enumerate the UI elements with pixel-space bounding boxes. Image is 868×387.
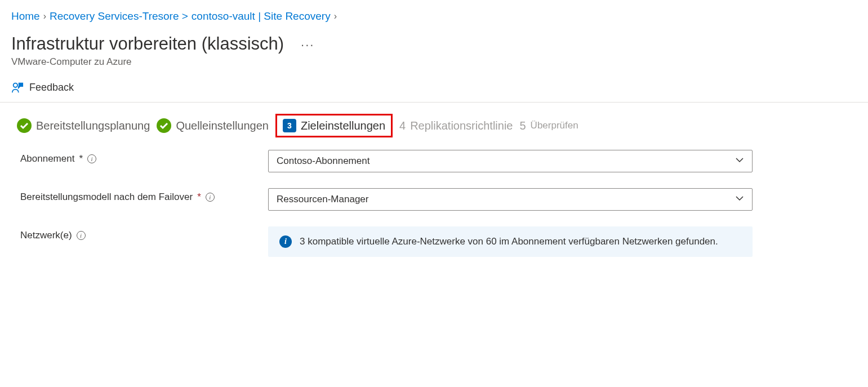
step-target-settings[interactable]: 3 Zieleinstellungen [275,114,393,137]
info-icon[interactable]: i [87,154,96,163]
step-replication-policy: 4 Replikationsrichtlinie [399,119,513,132]
check-icon [17,118,32,133]
breadcrumb-home[interactable]: Home [11,10,40,23]
network-row: Netzwerk(e) i i 3 kompatible virtuelle A… [20,226,851,257]
breadcrumb: Home › Recovery Services-Tresore > conto… [0,0,868,28]
breadcrumb-recovery-vaults[interactable]: Recovery Services-Tresore > [50,10,188,23]
deployment-model-dropdown[interactable]: Ressourcen-Manager [268,188,753,211]
feedback-label: Feedback [29,82,74,94]
network-label: Netzwerk(e) i [20,226,268,241]
step-source-settings[interactable]: Quelleinstellungen [157,118,269,133]
check-icon [157,118,171,133]
subscription-dropdown[interactable]: Contoso-Abonnement [268,150,753,172]
subscription-label: Abonnement * i [20,150,268,164]
chevron-down-icon [735,155,744,167]
person-feedback-icon [11,81,24,94]
chevron-right-icon: › [334,11,337,21]
deployment-model-label: Bereitstellungsmodell nach dem Failover … [20,188,268,203]
more-menu-button[interactable]: ··· [301,38,314,52]
page-subtitle: VMware-Computer zu Azure [11,56,857,68]
form: Abonnement * i Contoso-Abonnement Bereit… [0,144,868,290]
info-icon[interactable]: i [77,231,86,240]
feedback-button[interactable]: Feedback [11,81,74,94]
step-review: 5 Überprüfen [519,119,578,132]
page-title: Infrastruktur vorbereiten (klassisch) [11,34,284,54]
network-info-box: i 3 kompatible virtuelle Azure-Netzwerke… [268,226,753,257]
step-deployment-planning[interactable]: Bereitstellungsplanung [17,118,150,133]
chevron-right-icon: › [43,11,46,21]
deployment-model-row: Bereitstellungsmodell nach dem Failover … [20,188,851,211]
chevron-down-icon [735,194,744,206]
svg-point-0 [14,83,17,87]
info-icon[interactable]: i [206,193,215,202]
step-number-badge: 3 [283,119,296,132]
wizard-steps: Bereitstellungsplanung Quelleinstellunge… [0,103,868,144]
info-icon: i [279,235,292,248]
breadcrumb-vault[interactable]: contoso-vault | Site Recovery [192,10,331,23]
toolbar: Feedback [0,71,868,103]
subscription-row: Abonnement * i Contoso-Abonnement [20,150,851,172]
page-header: Infrastruktur vorbereiten (klassisch) ··… [0,28,868,71]
